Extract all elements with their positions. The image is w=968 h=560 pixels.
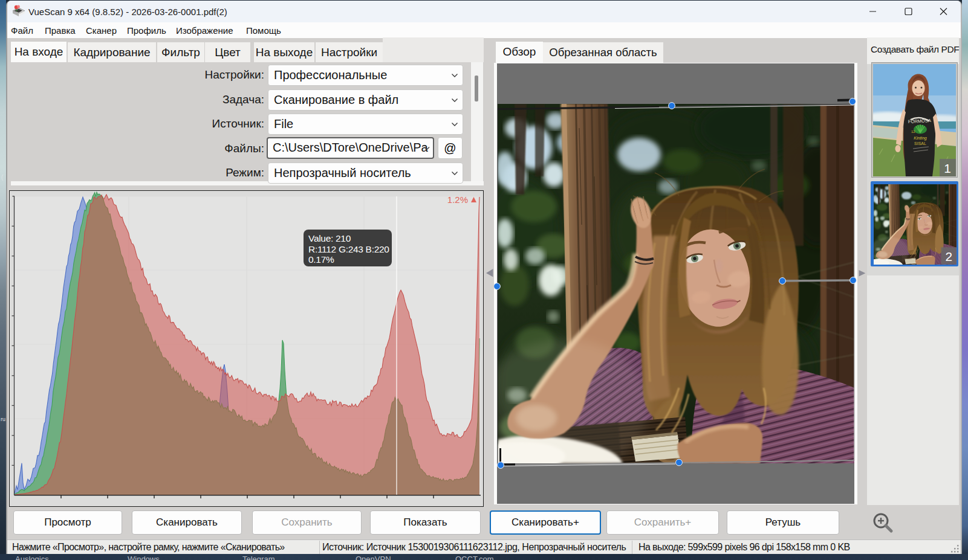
svg-text:1.2%: 1.2% [447, 195, 468, 205]
svg-text:2: 2 [945, 249, 952, 263]
svg-text:1: 1 [944, 161, 951, 175]
svg-text:12: 12 [911, 130, 915, 134]
svg-text:Kinting: Kinting [914, 136, 927, 141]
svg-text:SISAL: SISAL [914, 141, 926, 146]
